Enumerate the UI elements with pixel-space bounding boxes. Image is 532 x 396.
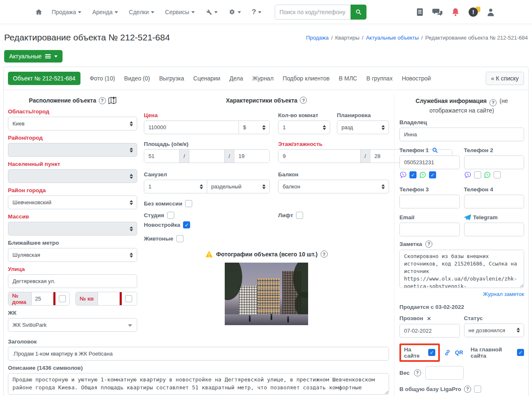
main-site-checkbox[interactable]: [517, 349, 524, 356]
tab-photo[interactable]: Фото (10): [90, 75, 115, 82]
select-arrows-icon: [381, 184, 385, 189]
nav-menu-tools[interactable]: [206, 9, 218, 15]
area-kitchen-input[interactable]: [234, 150, 269, 163]
rooms-select[interactable]: 1: [278, 120, 330, 134]
note-journal-link[interactable]: Журнал заметок: [483, 291, 524, 297]
home-icon[interactable]: [35, 8, 43, 16]
studio-checkbox[interactable]: [167, 212, 174, 219]
search-input[interactable]: [275, 5, 351, 20]
help-circle-icon[interactable]: [464, 386, 471, 393]
currency-select[interactable]: $: [239, 120, 270, 134]
call-date-input[interactable]: [399, 324, 460, 338]
help-circle-icon[interactable]: [321, 251, 328, 258]
nav-menu-sdelki[interactable]: Сделки: [129, 9, 154, 15]
tab-video[interactable]: Видео (0): [124, 75, 150, 82]
house-number-checkbox[interactable]: [59, 295, 66, 302]
tab-mls[interactable]: В МЛС: [339, 75, 357, 82]
elevator-label: Лифт: [278, 212, 293, 218]
description-textarea[interactable]: Продаю просторную и уютную 1-комнатную к…: [8, 373, 389, 395]
listing-title-input[interactable]: [8, 347, 389, 361]
city-district-select[interactable]: Шевченковский: [8, 195, 137, 209]
elevator-checkbox[interactable]: [296, 212, 303, 219]
weight-input[interactable]: [425, 366, 464, 380]
help-circle-icon[interactable]: [425, 241, 432, 248]
owner-input[interactable]: [399, 128, 524, 141]
metro-select[interactable]: Шулявская: [8, 248, 137, 262]
nav-menu-servisy[interactable]: Сервисы: [165, 9, 195, 15]
breadcrumb-link-actual[interactable]: Актуальные объекты: [366, 35, 419, 41]
help-circle-icon[interactable]: [414, 369, 421, 376]
tab-novostroy[interactable]: Новострой: [402, 75, 431, 82]
ligapro-checkbox[interactable]: [474, 386, 481, 393]
clear-call-date-icon[interactable]: ✕: [427, 315, 431, 322]
help-circle-icon[interactable]: [489, 99, 497, 106]
bathroom-type-select[interactable]: раздельный: [207, 180, 270, 193]
tab-groups[interactable]: В группах: [366, 75, 393, 82]
object-photo[interactable]: [225, 263, 308, 325]
phone1-label: Телефон 1: [399, 147, 429, 153]
district-select[interactable]: [8, 143, 137, 157]
settlement-select[interactable]: [8, 169, 137, 183]
tab-journal[interactable]: Журнал: [252, 75, 274, 82]
qr-link[interactable]: QR: [455, 349, 463, 356]
apartment-number-label: № кв: [76, 292, 98, 305]
region-select[interactable]: Киев: [8, 117, 137, 130]
telegram-input[interactable]: [464, 223, 524, 236]
nav-menu-settings[interactable]: [228, 8, 241, 15]
back-to-list-button[interactable]: « К списку: [486, 72, 524, 85]
nav-menu-arenda[interactable]: Аренда: [92, 9, 118, 15]
massiv-select[interactable]: [8, 222, 137, 236]
phone1-whatsapp-checkbox[interactable]: [429, 171, 436, 178]
tab-clients[interactable]: Подбор клиентов: [283, 75, 329, 82]
call-status-select[interactable]: не дозвонился: [464, 323, 524, 337]
chat-icon[interactable]: [432, 8, 442, 16]
select-arrows-icon: [130, 200, 133, 205]
no-commission-checkbox[interactable]: [185, 200, 192, 207]
tab-export[interactable]: Выгрузка: [159, 75, 184, 82]
animals-checkbox[interactable]: [176, 235, 183, 242]
help-circle-icon[interactable]: [99, 97, 106, 104]
price-input[interactable]: [144, 120, 239, 134]
alert-icon[interactable]: !: [469, 8, 478, 17]
tab-scenarios[interactable]: Сценарии: [193, 75, 221, 82]
note-textarea[interactable]: Скопировано из базы внешних источников, …: [399, 250, 524, 288]
email-input[interactable]: [399, 223, 460, 236]
page-title: Редактирование объекта № 212-521-684: [4, 33, 170, 43]
phone2-viber-checkbox[interactable]: [474, 171, 481, 178]
phone2-whatsapp-checkbox[interactable]: [494, 171, 501, 178]
area-total-input[interactable]: [144, 150, 179, 163]
area-living-input[interactable]: [189, 150, 224, 163]
map-icon[interactable]: [108, 97, 116, 104]
phone1-viber-checkbox[interactable]: [409, 171, 417, 178]
layout-select[interactable]: разд: [337, 120, 389, 134]
nav-menu-help[interactable]: ?: [252, 8, 261, 16]
help-circle-icon[interactable]: [300, 97, 307, 104]
phone2-input[interactable]: [464, 155, 524, 169]
breadcrumb-link-prodazha[interactable]: Продажа: [306, 35, 329, 41]
balcony-select[interactable]: балкон: [278, 180, 389, 193]
search-button[interactable]: [351, 5, 366, 20]
bell-icon[interactable]: [452, 8, 459, 16]
on-site-checkbox[interactable]: [428, 349, 435, 356]
phone1-input[interactable]: [399, 155, 460, 169]
tab-tasks[interactable]: Дела: [229, 75, 243, 82]
user-icon[interactable]: [487, 8, 494, 16]
zhk-select[interactable]: ЖК SvitloPark: [8, 318, 137, 332]
apartment-number-input[interactable]: [98, 292, 120, 305]
floor-input[interactable]: [279, 150, 360, 163]
new-building-checkbox[interactable]: [183, 221, 190, 228]
tab-object[interactable]: Объект № 212-521-684: [8, 72, 80, 85]
status-dropdown-button[interactable]: Актуальные: [4, 50, 63, 63]
select-arrows-icon: [262, 184, 266, 189]
select-arrows-icon: [262, 125, 266, 130]
link-icon[interactable]: [444, 349, 451, 356]
street-input[interactable]: [8, 274, 137, 288]
bathroom-count-select[interactable]: 1: [144, 180, 207, 193]
house-number-input[interactable]: [32, 292, 53, 305]
phone-search-icon[interactable]: [432, 147, 438, 153]
phone4-input[interactable]: [464, 195, 524, 208]
journal-icon[interactable]: [417, 8, 423, 16]
apartment-number-checkbox[interactable]: [125, 295, 132, 302]
nav-menu-prodazha[interactable]: Продажа: [52, 9, 81, 15]
phone3-input[interactable]: [399, 195, 460, 208]
